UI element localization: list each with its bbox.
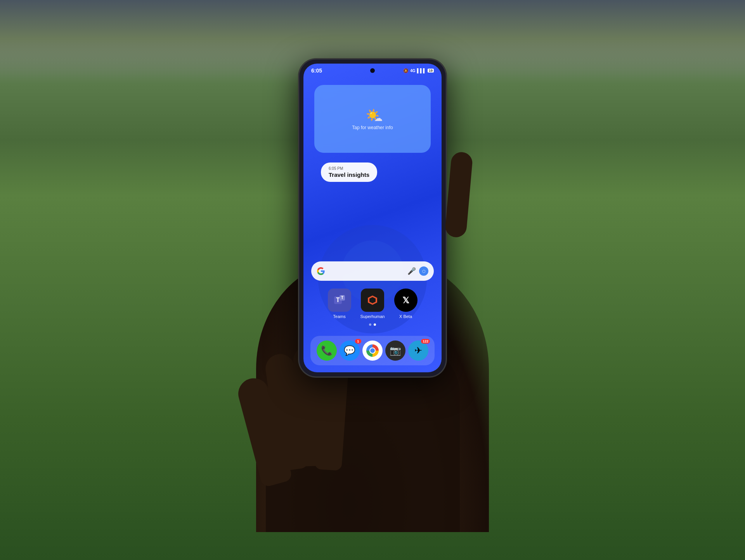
cloud-icon: ☁: [374, 113, 383, 123]
dock-camera-icon[interactable]: 📷: [385, 340, 405, 361]
dock: 📞 💬 1 📷: [310, 336, 435, 365]
app-superhuman-label: Superhuman: [360, 314, 385, 319]
page-dot-2: [374, 323, 376, 326]
app-xbeta-wrapper[interactable]: 𝕏 X Beta: [394, 289, 418, 319]
weather-icon-container: ☀️ ☁: [366, 107, 379, 122]
travel-pill-label: Travel insights: [329, 171, 369, 178]
status-time: 6:05: [311, 67, 322, 74]
messages-badge: 1: [355, 339, 361, 344]
teams-logo: T T: [333, 293, 347, 307]
svg-text:𝕏: 𝕏: [402, 296, 409, 305]
app-xbeta-label: X Beta: [399, 314, 412, 319]
phone-frame: 6:05 🔕 4G ▌▌▌ 19 ☀️ ☁: [299, 59, 446, 377]
status-icons: 🔕 4G ▌▌▌ 19: [403, 68, 434, 73]
svg-text:T: T: [341, 295, 343, 300]
battery-icon: 19: [428, 69, 434, 73]
page-dots: [303, 323, 442, 326]
app-teams-wrapper[interactable]: T T Teams: [328, 289, 351, 319]
x-logo: 𝕏: [400, 294, 412, 306]
weather-text: Tap for weather info: [352, 125, 393, 130]
dock-messages-wrapper[interactable]: 💬 1: [340, 340, 360, 361]
weather-widget[interactable]: ☀️ ☁ Tap for weather info: [314, 85, 431, 153]
phone-icon: 📞: [321, 345, 333, 356]
lens-icon[interactable]: ⬡: [419, 266, 428, 276]
superhuman-logo: [366, 293, 379, 307]
app-teams-icon[interactable]: T T: [328, 289, 351, 312]
travel-pill[interactable]: 6:05 PM Travel insights: [321, 162, 377, 182]
dock-chrome-icon[interactable]: [362, 340, 383, 361]
chrome-logo: [366, 344, 379, 357]
telegram-icon: ✈: [414, 345, 422, 356]
camera-hole: [370, 68, 375, 73]
search-bar[interactable]: 🎤 ⬡: [311, 261, 434, 281]
volume-icon: 🔕: [403, 68, 409, 73]
app-superhuman-wrapper[interactable]: Superhuman: [360, 289, 385, 319]
signal-4g: 4G: [410, 69, 415, 73]
app-teams-label: Teams: [333, 314, 345, 319]
dock-phone-icon[interactable]: 📞: [317, 340, 337, 361]
camera-icon: 📷: [390, 345, 401, 356]
svg-text:T: T: [336, 297, 340, 303]
microphone-icon[interactable]: 🎤: [407, 267, 416, 275]
dock-telegram-wrapper[interactable]: ✈ 122: [408, 340, 428, 361]
app-xbeta-icon[interactable]: 𝕏: [394, 289, 418, 312]
page-dot-1: [369, 323, 371, 326]
google-logo: [317, 267, 325, 275]
messages-icon: 💬: [344, 345, 355, 356]
signal-bars: ▌▌▌: [417, 68, 426, 73]
app-superhuman-icon[interactable]: [361, 289, 384, 312]
app-icons-row: T T Teams: [303, 289, 442, 319]
travel-pill-time: 6:05 PM: [329, 166, 369, 171]
phone-screen: 6:05 🔕 4G ▌▌▌ 19 ☀️ ☁: [303, 64, 442, 372]
telegram-badge: 122: [421, 339, 430, 344]
